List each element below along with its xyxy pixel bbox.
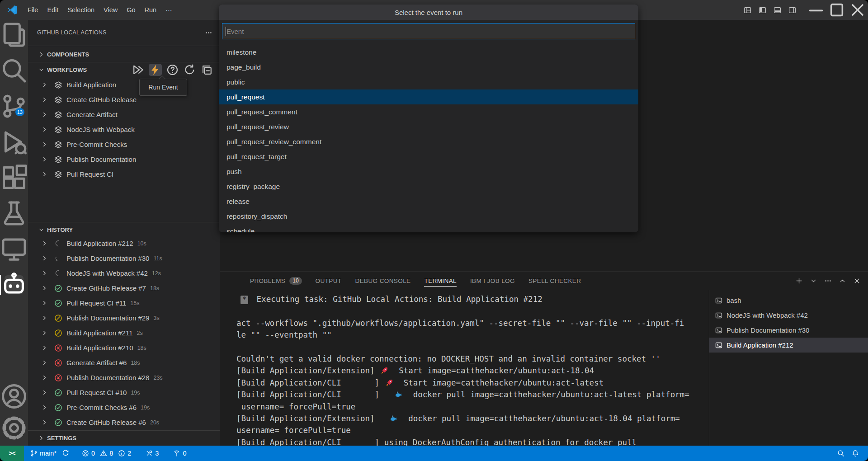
tab-problems[interactable]: PROBLEMS10 (250, 272, 302, 290)
history-item[interactable]: NodeJS with Webpack #4212s (28, 266, 220, 281)
toggle-sidebar-left-icon[interactable] (758, 6, 767, 14)
event-option[interactable]: pull_request_review (219, 119, 638, 134)
panel-more-icon[interactable] (824, 277, 832, 285)
failed-icon (54, 359, 62, 367)
notifications-bell-icon[interactable] (848, 446, 863, 461)
terminal-tab[interactable]: bash (709, 293, 868, 308)
quick-pick-input[interactable] (222, 23, 635, 39)
section-workflows[interactable]: WORKFLOWS (28, 62, 220, 77)
history-item[interactable]: Create GitHub Release #620s (28, 415, 220, 430)
remote-explorer-icon[interactable] (0, 235, 28, 263)
event-option[interactable]: pull_request (219, 89, 638, 104)
history-item[interactable]: Build Application #21210s (28, 236, 220, 251)
event-option[interactable]: release (219, 194, 638, 209)
history-run-name: Pre-Commit Checks #6 (66, 404, 137, 411)
branch-status[interactable]: main* (27, 446, 73, 461)
run-debug-icon[interactable] (0, 128, 28, 156)
history-item[interactable]: Publish Documentation #2823s (28, 370, 220, 385)
menu-file[interactable]: File (23, 0, 42, 20)
close-panel-icon[interactable] (853, 277, 861, 285)
event-option[interactable]: registry_package (219, 179, 638, 194)
terminal-tab[interactable]: Publish Documentation #30 (709, 323, 868, 338)
run-all-icon[interactable] (132, 64, 145, 76)
extensions-icon[interactable] (0, 164, 28, 192)
collapse-all-icon[interactable] (200, 64, 213, 76)
history-item[interactable]: Build Application #2112s (28, 325, 220, 340)
settings-gear-icon[interactable] (0, 414, 28, 442)
search-icon[interactable] (0, 56, 28, 85)
tab-ibm-i-job-log[interactable]: IBM I JOB LOG (470, 272, 515, 290)
menu-go[interactable]: Go (122, 0, 140, 20)
success-icon (54, 284, 62, 292)
section-components[interactable]: COMPONENTS (28, 47, 220, 62)
event-option[interactable]: pull_request_review_comment (219, 134, 638, 149)
github-local-actions-icon[interactable] (0, 271, 28, 299)
workflow-item[interactable]: Publish Documentation (28, 152, 220, 167)
zoom-status-icon[interactable] (834, 446, 848, 461)
history-item[interactable]: Publish Documentation #3011s (28, 251, 220, 266)
maximize-button[interactable] (826, 0, 847, 20)
event-option[interactable]: repository_dispatch (219, 209, 638, 224)
workflow-item[interactable]: Pull Request CI (28, 167, 220, 182)
help-icon[interactable] (166, 64, 179, 76)
tab-debug-console[interactable]: DEBUG CONSOLE (355, 272, 411, 290)
menu-edit[interactable]: Edit (42, 0, 63, 20)
refresh-icon[interactable] (183, 64, 196, 76)
history-item[interactable]: Pre-Commit Checks #619s (28, 400, 220, 415)
remote-indicator[interactable]: >< (0, 446, 24, 461)
history-run-name: Build Application #210 (66, 344, 133, 352)
history-item[interactable]: Create GitHub Release #718s (28, 281, 220, 296)
tasks-status[interactable]: 3 (142, 446, 162, 461)
terminal-tab[interactable]: NodeJS with Webpack #42 (709, 308, 868, 323)
toggle-sidebar-right-icon[interactable] (788, 6, 797, 14)
minimize-button[interactable] (806, 0, 826, 20)
terminal-dropdown-icon[interactable] (810, 277, 817, 285)
testing-icon[interactable] (0, 199, 28, 227)
source-control-icon[interactable]: 13 (0, 92, 28, 120)
ports-status[interactable]: 0 (170, 446, 190, 461)
menu-more[interactable]: ··· (161, 0, 177, 20)
section-settings[interactable]: SETTINGS (28, 431, 220, 446)
account-icon[interactable] (0, 382, 28, 410)
failed-icon (54, 374, 62, 382)
event-option[interactable]: milestone (219, 45, 638, 60)
workflow-item[interactable]: Build Application (28, 77, 220, 92)
close-button[interactable] (847, 0, 868, 20)
workflow-item[interactable]: Create GitHub Release (28, 92, 220, 107)
problems-badge: 10 (289, 277, 302, 285)
event-option[interactable]: page_build (219, 60, 638, 75)
workflow-item[interactable]: Generate Artifact (28, 107, 220, 122)
workflow-name: Create GitHub Release (66, 96, 137, 103)
event-option[interactable]: pull_request_comment (219, 104, 638, 119)
terminal-tab[interactable]: Build Application #212 (709, 338, 868, 353)
workflow-item[interactable]: Pre-Commit Checks (28, 137, 220, 152)
history-item[interactable]: Generate Artifact #618s (28, 355, 220, 370)
run-event-icon[interactable] (149, 64, 162, 76)
menu-selection[interactable]: Selection (63, 0, 99, 20)
event-option[interactable]: schedule (219, 224, 638, 232)
history-item[interactable]: Pull Request CI #1019s (28, 385, 220, 400)
history-item[interactable]: Publish Documentation #293s (28, 310, 220, 325)
event-option[interactable]: pull_request_target (219, 149, 638, 164)
info-icon (118, 450, 125, 457)
toggle-panel-icon[interactable] (773, 6, 782, 14)
history-item[interactable]: Build Application #21018s (28, 340, 220, 355)
explorer-icon[interactable] (0, 21, 28, 49)
problems-status[interactable]: 0 8 2 (78, 446, 135, 461)
menu-view[interactable]: View (99, 0, 122, 20)
tab-terminal[interactable]: TERMINAL (424, 272, 456, 290)
tab-output[interactable]: OUTPUT (316, 272, 342, 290)
history-item[interactable]: Pull Request CI #1115s (28, 296, 220, 310)
section-history[interactable]: HISTORY (28, 222, 220, 237)
tab-spell-checker[interactable]: SPELL CHECKER (528, 272, 581, 290)
sidebar-more-icon[interactable] (205, 29, 212, 37)
event-filter-input[interactable] (226, 28, 635, 35)
event-option[interactable]: push (219, 164, 638, 179)
event-option[interactable]: public (219, 75, 638, 89)
workflow-item[interactable]: NodeJS with Webpack (28, 122, 220, 137)
menu-run[interactable]: Run (140, 0, 161, 20)
maximize-panel-icon[interactable] (839, 277, 846, 285)
terminal-icon (715, 327, 722, 334)
customize-layout-icon[interactable] (743, 6, 752, 14)
new-terminal-icon[interactable] (795, 277, 803, 285)
